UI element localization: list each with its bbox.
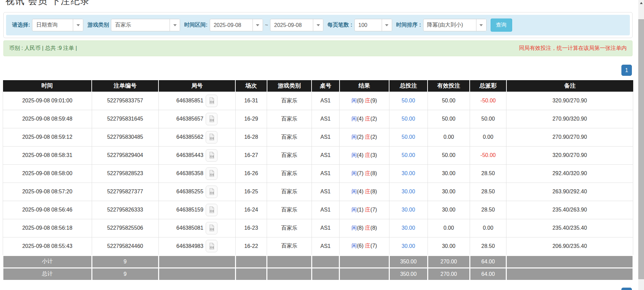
subtotal-row-cell-9: 64.00 xyxy=(470,255,506,268)
query-button[interactable]: 查询 xyxy=(491,19,512,32)
result-banker-score: (7) xyxy=(371,207,377,213)
round-number-text: 646385081 xyxy=(176,225,203,231)
result-banker: 庄 xyxy=(365,225,371,231)
subtotal-row-cell-5 xyxy=(312,255,339,268)
video-record-button[interactable] xyxy=(206,204,217,216)
result-player-score: (7) xyxy=(357,170,364,176)
betting-records-table: 时间注单编号局号场次游戏类别桌号结果总投注有效投注总派彩备注 2025-09-0… xyxy=(2,80,634,281)
scrollbar-thumb[interactable] xyxy=(638,19,644,279)
table-row: 2025-09-08 08:59:12522795830485646385562… xyxy=(3,128,633,146)
cell-round-number: 646385443 xyxy=(158,146,235,164)
total-bet-link[interactable]: 50.00 xyxy=(402,152,415,158)
result-player: 闲 xyxy=(352,116,357,122)
per-page-select[interactable]: 100 xyxy=(354,19,392,31)
payout-value: 28.50 xyxy=(481,189,495,194)
chevron-down-icon[interactable] xyxy=(476,19,486,31)
total-bet-link[interactable]: 30.00 xyxy=(402,170,415,176)
cell-total-bet[interactable]: 30.00 xyxy=(389,219,428,237)
cell-total-bet[interactable]: 50.00 xyxy=(389,92,428,110)
payout-value: 28.50 xyxy=(481,243,495,249)
column-header-7: 总投注 xyxy=(389,80,428,92)
column-header-8: 有效投注 xyxy=(428,80,470,92)
total-bet-link[interactable]: 30.00 xyxy=(402,189,415,194)
grand-total-row-cell-5 xyxy=(312,268,339,280)
cell-total-bet[interactable]: 30.00 xyxy=(389,183,428,201)
cell-total-bet[interactable]: 30.00 xyxy=(389,237,428,255)
cell-payout: 28.50 xyxy=(470,237,506,255)
cell-table-number: AS1 xyxy=(312,219,339,237)
cell-table-number: AS1 xyxy=(312,237,339,255)
video-record-icon xyxy=(208,243,215,250)
video-record-icon xyxy=(208,152,215,159)
query-type-select[interactable]: 日期查询 xyxy=(32,19,83,31)
scroll-up-arrow-icon[interactable] xyxy=(638,0,644,6)
chevron-down-icon[interactable] xyxy=(253,19,263,31)
time-sort-select[interactable]: 降冪(由大到小) xyxy=(423,19,487,31)
result-banker: 庄 xyxy=(365,134,371,140)
cell-total-bet[interactable]: 30.00 xyxy=(389,164,428,183)
pagination-bottom: 1 xyxy=(621,288,632,290)
chevron-down-icon[interactable] xyxy=(170,19,180,31)
video-record-button[interactable] xyxy=(206,240,217,252)
total-bet-link[interactable]: 30.00 xyxy=(402,207,415,213)
round-number-text: 646384983 xyxy=(176,243,203,249)
total-bet-link[interactable]: 50.00 xyxy=(402,116,415,122)
round-number-text: 646385159 xyxy=(176,207,203,213)
chevron-down-icon[interactable] xyxy=(73,19,83,31)
cell-valid-bet: 30.00 xyxy=(428,183,470,201)
total-bet-link[interactable]: 50.00 xyxy=(402,98,415,103)
column-header-9: 总派彩 xyxy=(470,80,506,92)
cell-total-bet[interactable]: 50.00 xyxy=(389,128,428,146)
video-record-button[interactable] xyxy=(206,222,217,234)
video-record-button[interactable] xyxy=(206,167,217,180)
total-bet-link[interactable]: 30.00 xyxy=(402,225,415,231)
cell-valid-bet: 50.00 xyxy=(428,92,470,110)
cell-game-category: 百家乐 xyxy=(267,219,312,237)
cell-total-bet[interactable]: 30.00 xyxy=(389,201,428,219)
video-record-button[interactable] xyxy=(206,113,217,125)
column-header-3: 场次 xyxy=(235,80,267,92)
result-banker: 庄 xyxy=(365,207,371,213)
cell-valid-bet: 0.00 xyxy=(428,219,470,237)
total-bet-link[interactable]: 30.00 xyxy=(402,243,415,249)
cell-valid-bet: 30.00 xyxy=(428,164,470,183)
total-bet-link[interactable]: 50.00 xyxy=(402,134,415,140)
cell-result: 闲(8) 庄(8) xyxy=(340,219,389,237)
page-1-button[interactable]: 1 xyxy=(621,65,632,76)
column-header-1: 注单编号 xyxy=(92,80,158,92)
result-player: 闲 xyxy=(352,134,357,140)
cell-bet-number: 522795831645 xyxy=(92,110,158,128)
chevron-down-icon[interactable] xyxy=(382,19,392,31)
table-row: 2025-09-08 08:58:31522795829404646385443… xyxy=(3,146,633,164)
cell-table-number: AS1 xyxy=(312,146,339,164)
subtotal-row-cell-3 xyxy=(235,255,267,268)
result-banker-score: (8) xyxy=(371,170,377,176)
result-player: 闲 xyxy=(352,207,357,213)
cell-session: 16-28 xyxy=(235,128,267,146)
date-to-picker[interactable]: 2025-09-08 xyxy=(270,19,323,31)
cell-total-bet[interactable]: 50.00 xyxy=(389,110,428,128)
subtotal-row-cell-1: 9 xyxy=(92,255,158,268)
date-from-picker[interactable]: 2025-09-08 xyxy=(210,19,263,31)
round-number-text: 646385443 xyxy=(176,152,203,158)
video-record-button[interactable] xyxy=(206,149,217,162)
video-record-button[interactable] xyxy=(206,186,217,198)
cell-result: 闲(4) 庄(2) xyxy=(340,110,389,128)
cell-game-category: 百家乐 xyxy=(267,110,312,128)
cell-table-number: AS1 xyxy=(312,92,339,110)
table-row: 2025-09-08 08:58:00522795828523646385358… xyxy=(3,164,633,183)
per-page-value: 100 xyxy=(355,19,382,31)
video-record-button[interactable] xyxy=(206,95,217,107)
cell-game-category: 百家乐 xyxy=(267,183,312,201)
game-category-select[interactable]: 百家乐 xyxy=(111,19,180,31)
page-1-button-bottom[interactable]: 1 xyxy=(621,288,632,290)
result-player-score: (4) xyxy=(357,152,364,158)
cell-total-bet[interactable]: 50.00 xyxy=(389,146,428,164)
result-player-score: (0) xyxy=(357,98,364,103)
payout-value: 28.50 xyxy=(481,207,495,213)
chevron-down-icon[interactable] xyxy=(313,19,323,31)
video-record-button[interactable] xyxy=(206,131,217,143)
table-row: 2025-09-08 08:57:20522795827377646385255… xyxy=(3,183,633,201)
vertical-scrollbar[interactable] xyxy=(638,0,644,290)
time-sort-value: 降冪(由大到小) xyxy=(423,19,476,31)
